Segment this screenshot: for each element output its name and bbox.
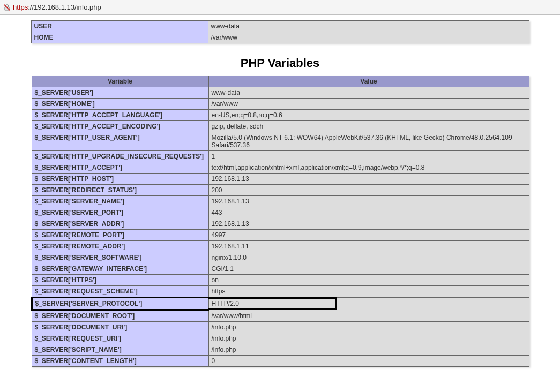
- variable-name-cell: $_SERVER['SERVER_NAME']: [32, 196, 208, 207]
- variable-name-cell: $_SERVER['REMOTE_ADDR']: [32, 241, 208, 252]
- variable-value-cell: www-data: [208, 21, 529, 32]
- variable-name-cell: $_SERVER['GATEWAY_INTERFACE']: [32, 263, 208, 275]
- variable-name-cell: HOME: [31, 32, 208, 43]
- table-row: $_SERVER['SCRIPT_NAME']/info.php: [32, 344, 529, 356]
- table-row: $_SERVER['REQUEST_URI']/info.php: [32, 333, 529, 344]
- table-row: $_SERVER['REDIRECT_STATUS']200: [32, 185, 529, 196]
- variable-name-cell: $_SERVER['DOCUMENT_URI']: [32, 322, 208, 333]
- table-row: $_SERVER['GATEWAY_INTERFACE']CGI/1.1: [32, 263, 529, 275]
- variable-value-cell: 192.168.1.13: [208, 218, 529, 230]
- column-header-value: Value: [208, 76, 529, 87]
- table-row: HOME/var/www: [31, 32, 529, 43]
- variable-value-cell: 4997: [208, 230, 529, 241]
- url-protocol: https: [13, 3, 28, 11]
- table-row: $_SERVER['HTTP_ACCEPT_LANGUAGE']en-US,en…: [32, 110, 529, 121]
- variable-value-cell: 443: [208, 207, 529, 218]
- variable-name-cell: $_SERVER['HTTP_ACCEPT']: [32, 162, 208, 174]
- table-row: $_SERVER['HTTP_ACCEPT_ENCODING']gzip, de…: [32, 121, 529, 132]
- variable-value-cell: /var/www: [208, 99, 529, 110]
- variable-name-cell: $_SERVER['HTTP_UPGRADE_INSECURE_REQUESTS…: [32, 151, 208, 162]
- table-row: $_SERVER['DOCUMENT_ROOT']/var/www/html: [32, 310, 529, 322]
- table-row: $_SERVER['SERVER_NAME']192.168.1.13: [32, 196, 529, 207]
- variable-value-cell: nginx/1.10.0: [208, 252, 529, 263]
- table-row: $_SERVER['SERVER_ADDR']192.168.1.13: [32, 218, 529, 230]
- variable-value-cell: text/html,application/xhtml+xml,applicat…: [208, 162, 529, 174]
- variable-value-cell: CGI/1.1: [208, 263, 529, 275]
- variable-value-cell: www-data: [208, 87, 529, 99]
- table-row: $_SERVER['HTTP_USER_AGENT']Mozilla/5.0 (…: [32, 132, 529, 151]
- variable-name-cell: $_SERVER['SCRIPT_NAME']: [32, 344, 208, 356]
- variable-name-cell: $_SERVER['HTTPS']: [32, 275, 208, 286]
- variable-value-cell: /var/www/html: [208, 310, 529, 322]
- variable-name-cell: $_SERVER['SERVER_PROTOCOL']: [32, 298, 208, 310]
- variable-name-cell: $_SERVER['SERVER_SOFTWARE']: [32, 252, 208, 263]
- variable-name-cell: $_SERVER['HTTP_ACCEPT_LANGUAGE']: [32, 110, 208, 121]
- php-variables-table: Variable Value $_SERVER['USER']www-data$…: [31, 76, 529, 367]
- table-row: $_SERVER['SERVER_SOFTWARE']nginx/1.10.0: [32, 252, 529, 263]
- url-rest: ://192.168.1.13/info.php: [28, 3, 101, 11]
- variable-value-cell: 1: [208, 151, 529, 162]
- variable-name-cell: $_SERVER['CONTENT_LENGTH']: [32, 356, 208, 367]
- variable-name-cell: $_SERVER['SERVER_ADDR']: [32, 218, 208, 230]
- table-row: $_SERVER['REMOTE_ADDR']192.168.1.11: [32, 241, 529, 252]
- page-content: USERwww-dataHOME/var/www PHP Variables V…: [0, 15, 560, 383]
- highlight-box: [208, 297, 337, 310]
- table-row: $_SERVER['SERVER_PORT']443: [32, 207, 529, 218]
- variable-value-cell: /info.php: [208, 322, 529, 333]
- table-row: $_SERVER['HTTPS']on: [32, 275, 529, 286]
- table-row: $_SERVER['HTTP_HOST']192.168.1.13: [32, 174, 529, 185]
- variable-value-cell: /var/www: [208, 32, 529, 43]
- table-row: $_SERVER['HOME']/var/www: [32, 99, 529, 110]
- variable-name-cell: $_SERVER['HTTP_USER_AGENT']: [32, 132, 208, 151]
- variable-name-cell: $_SERVER['HTTP_ACCEPT_ENCODING']: [32, 121, 208, 132]
- variable-value-cell: 192.168.1.13: [208, 196, 529, 207]
- variable-value-cell: 200: [208, 185, 529, 196]
- variable-name-cell: $_SERVER['USER']: [32, 87, 208, 99]
- variable-value-cell: gzip, deflate, sdch: [208, 121, 529, 132]
- url-text[interactable]: https://192.168.1.13/info.php: [13, 3, 101, 11]
- variable-value-cell: /info.php: [208, 333, 529, 344]
- column-header-variable: Variable: [32, 76, 208, 87]
- variable-value-cell: on: [208, 275, 529, 286]
- ssl-error-icon: [3, 4, 11, 11]
- variable-name-cell: $_SERVER['SERVER_PORT']: [32, 207, 208, 218]
- variable-value-cell: https: [208, 286, 529, 298]
- variable-value-cell: Mozilla/5.0 (Windows NT 6.1; WOW64) Appl…: [208, 132, 529, 151]
- variable-value-cell: 192.168.1.11: [208, 241, 529, 252]
- table-row: $_SERVER['HTTP_ACCEPT']text/html,applica…: [32, 162, 529, 174]
- variable-value-cell: HTTP/2.0: [208, 298, 529, 310]
- environment-table: USERwww-dataHOME/var/www: [31, 20, 529, 43]
- variable-value-cell: 0: [208, 356, 529, 367]
- browser-address-bar[interactable]: https://192.168.1.13/info.php: [0, 0, 560, 15]
- table-row: $_SERVER['REQUEST_SCHEME']https: [32, 286, 529, 298]
- variable-name-cell: $_SERVER['HOME']: [32, 99, 208, 110]
- section-title: PHP Variables: [241, 56, 320, 70]
- variable-value-cell: /info.php: [208, 344, 529, 356]
- variable-name-cell: $_SERVER['REQUEST_URI']: [32, 333, 208, 344]
- table-row: $_SERVER['CONTENT_LENGTH']0: [32, 356, 529, 367]
- table-row: $_SERVER['HTTP_UPGRADE_INSECURE_REQUESTS…: [32, 151, 529, 162]
- variable-name-cell: $_SERVER['REMOTE_PORT']: [32, 230, 208, 241]
- table-row: $_SERVER['DOCUMENT_URI']/info.php: [32, 322, 529, 333]
- variable-name-cell: $_SERVER['REDIRECT_STATUS']: [32, 185, 208, 196]
- variable-value-cell: 192.168.1.13: [208, 174, 529, 185]
- variable-value-cell: en-US,en;q=0.8,ro;q=0.6: [208, 110, 529, 121]
- table-row: $_SERVER['REMOTE_PORT']4997: [32, 230, 529, 241]
- table-row: USERwww-data: [31, 21, 529, 32]
- variable-name-cell: $_SERVER['DOCUMENT_ROOT']: [32, 310, 208, 322]
- variable-name-cell: USER: [31, 21, 208, 32]
- variable-name-cell: $_SERVER['REQUEST_SCHEME']: [32, 286, 208, 298]
- table-row: $_SERVER['USER']www-data: [32, 87, 529, 99]
- variable-name-cell: $_SERVER['HTTP_HOST']: [32, 174, 208, 185]
- table-header-row: Variable Value: [32, 76, 529, 87]
- table-row: $_SERVER['SERVER_PROTOCOL']HTTP/2.0: [32, 298, 529, 310]
